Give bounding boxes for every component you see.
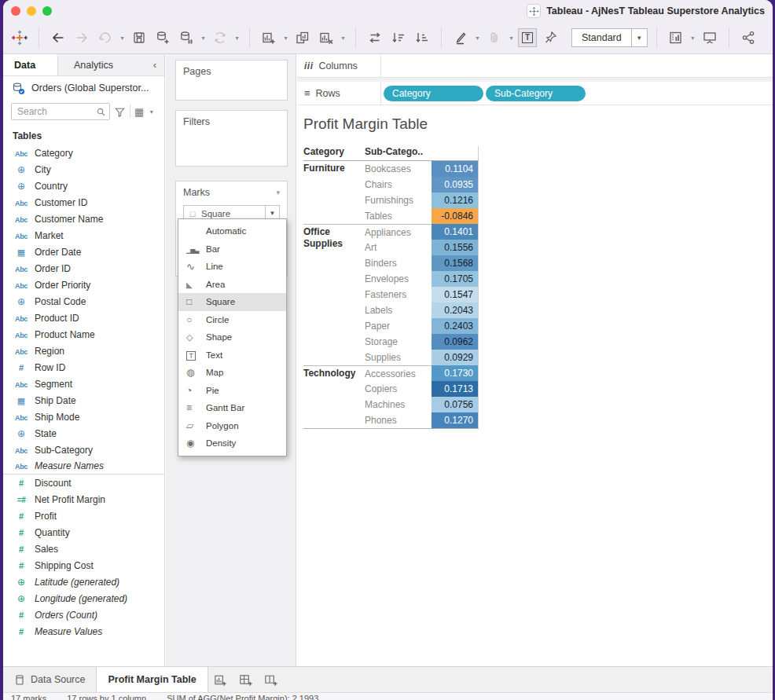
zoom-window-button[interactable]	[42, 6, 52, 16]
subcategory-cell[interactable]: Binders	[365, 255, 432, 271]
field-row[interactable]: Profit	[3, 508, 164, 524]
category-cell[interactable]	[303, 334, 365, 350]
pause-caret-icon[interactable]: ▾	[200, 35, 207, 42]
category-cell[interactable]: Technology	[303, 365, 365, 381]
pause-auto-updates-icon[interactable]	[176, 27, 197, 48]
mark-type-menu-item[interactable]: Map	[178, 364, 286, 382]
columns-shelf[interactable]: iii Columns	[297, 54, 773, 78]
value-cell[interactable]: 0.0756	[432, 397, 479, 412]
value-cell[interactable]: 0.1568	[432, 255, 479, 271]
field-row[interactable]: Sales	[3, 541, 164, 557]
field-row[interactable]: Order Date	[3, 244, 164, 260]
field-row[interactable]: Postal Code	[3, 293, 164, 310]
subcategory-cell[interactable]: Labels	[365, 302, 432, 318]
mark-type-menu-item[interactable]: Circle	[178, 311, 286, 329]
subcategory-cell[interactable]: Appliances	[365, 224, 432, 240]
mark-type-menu-item[interactable]: Gantt Bar	[178, 399, 286, 417]
subcategory-cell[interactable]: Tables	[365, 208, 432, 224]
new-worksheet-tab-icon[interactable]	[208, 667, 233, 692]
mark-type-menu-item[interactable]: Density	[178, 434, 286, 453]
new-data-source-icon[interactable]	[152, 27, 173, 48]
sort-ascending-icon[interactable]	[388, 27, 409, 48]
category-cell[interactable]: Office Supplies	[303, 224, 365, 240]
save-icon[interactable]	[129, 27, 149, 48]
search-input[interactable]: Search	[11, 103, 110, 120]
subcategory-cell[interactable]: Machines	[365, 397, 432, 412]
rows-shelf[interactable]: ≡ Rows Category Sub-Category	[297, 82, 773, 105]
tableau-logo-icon[interactable]	[9, 27, 30, 48]
category-cell[interactable]: Furniture	[303, 161, 365, 177]
fit-selector[interactable]: Standard ▼	[571, 28, 648, 47]
clear-sheet-icon[interactable]	[316, 27, 336, 48]
refresh-caret-icon[interactable]: ▾	[233, 35, 241, 42]
value-cell[interactable]: 0.1270	[432, 412, 479, 428]
field-row[interactable]: Orders (Count)	[3, 607, 164, 623]
view-options-caret-icon[interactable]: ▾	[148, 108, 155, 115]
value-cell[interactable]: 0.1730	[432, 365, 479, 381]
mark-type-menu-item[interactable]: Line	[178, 258, 286, 276]
mark-type-menu-item[interactable]: Pie	[178, 382, 286, 400]
data-source-item[interactable]: Orders (Global Superstor...	[3, 76, 164, 100]
mark-type-menu-item[interactable]: Area	[178, 276, 286, 294]
tab-data-source[interactable]: Data Source	[3, 667, 96, 692]
field-row[interactable]: Latitude (generated)	[3, 574, 164, 590]
subcategory-cell[interactable]: Phones	[365, 412, 432, 428]
subcategory-cell[interactable]: Storage	[365, 334, 432, 350]
field-row[interactable]: Longitude (generated)	[3, 590, 164, 607]
field-row[interactable]: Ship Mode	[3, 409, 164, 425]
close-window-button[interactable]	[11, 6, 20, 16]
sort-descending-icon[interactable]	[412, 27, 432, 48]
category-cell[interactable]	[303, 397, 365, 412]
back-icon[interactable]	[48, 27, 68, 48]
subcategory-cell[interactable]: Bookcases	[365, 161, 432, 177]
category-cell[interactable]	[303, 255, 365, 271]
value-cell[interactable]: 0.1556	[432, 240, 479, 255]
subcategory-cell[interactable]: Art	[365, 240, 432, 255]
attach-icon[interactable]	[484, 27, 505, 48]
new-worksheet-caret-icon[interactable]: ▾	[282, 35, 289, 42]
mark-type-menu-item[interactable]: Automatic	[178, 222, 286, 240]
new-dashboard-tab-icon[interactable]	[233, 667, 259, 692]
mark-type-menu-item[interactable]: Text	[178, 346, 286, 365]
view-as-grid-icon[interactable]: ▦	[134, 106, 144, 118]
field-row[interactable]: Measure Values	[3, 623, 164, 640]
subcategory-cell[interactable]: Accessories	[365, 365, 432, 381]
redo-icon[interactable]	[95, 27, 116, 48]
value-cell[interactable]: 0.0929	[432, 350, 479, 365]
field-row[interactable]: Discount	[3, 475, 164, 491]
category-cell[interactable]	[303, 271, 365, 287]
field-row[interactable]: Customer ID	[3, 194, 164, 211]
field-row[interactable]: Customer Name	[3, 211, 164, 227]
show-me-caret-icon[interactable]: ▾	[689, 35, 696, 42]
field-row[interactable]: Sub-Category	[3, 442, 164, 458]
collapse-pane-icon[interactable]: ‹	[145, 54, 164, 75]
value-cell[interactable]: 0.0962	[432, 334, 479, 350]
field-row[interactable]: Product ID	[3, 310, 164, 326]
forward-icon[interactable]	[72, 27, 92, 48]
mark-type-menu-item[interactable]: Square	[178, 293, 286, 311]
field-row[interactable]: Order ID	[3, 260, 164, 277]
subcategory-cell[interactable]: Envelopes	[365, 271, 432, 287]
mark-type-menu-item[interactable]: Bar	[178, 240, 286, 258]
value-cell[interactable]: 0.1104	[432, 161, 479, 177]
subcategory-cell[interactable]: Furnishings	[365, 192, 432, 208]
mark-type-menu-item[interactable]: Polygon	[178, 417, 286, 435]
category-cell[interactable]	[303, 318, 365, 334]
category-cell[interactable]	[303, 381, 365, 397]
refresh-data-source-icon[interactable]	[210, 27, 230, 48]
clear-caret-icon[interactable]: ▾	[340, 35, 347, 42]
new-worksheet-icon[interactable]	[259, 27, 279, 48]
marks-collapse-icon[interactable]: ▾	[276, 189, 280, 196]
shelf-pill[interactable]: Sub-Category	[486, 86, 586, 101]
value-cell[interactable]: 0.0935	[432, 177, 479, 192]
subcategory-cell[interactable]: Fasteners	[365, 287, 432, 302]
shelf-pill[interactable]: Category	[384, 86, 483, 101]
value-cell[interactable]: 0.1713	[432, 381, 479, 397]
highlight-caret-icon[interactable]: ▾	[474, 35, 481, 42]
field-row[interactable]: State	[3, 425, 164, 442]
fix-axes-pin-icon[interactable]	[540, 27, 560, 48]
category-cell[interactable]	[303, 240, 365, 255]
field-row[interactable]: Shipping Cost	[3, 557, 164, 574]
tab-data[interactable]: Data	[3, 54, 58, 75]
category-cell[interactable]	[303, 287, 365, 302]
